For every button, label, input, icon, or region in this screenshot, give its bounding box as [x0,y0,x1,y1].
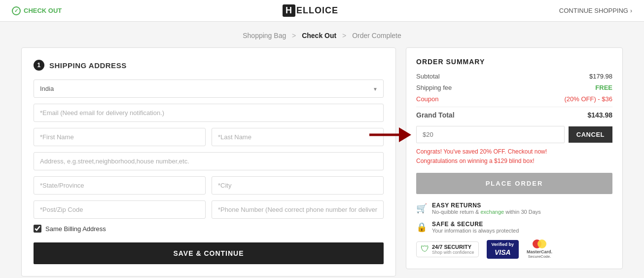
breadcrumb-step1[interactable]: Shopping Bag [243,32,286,40]
breadcrumb: Shopping Bag > Check Out > Order Complet… [0,22,644,47]
logo: H ELLOICE [283,4,338,17]
zip-phone-row [34,200,384,219]
congrats-line1: Congrats! You've saved 20% OFF. Checkout… [416,147,612,157]
grand-total-label: Grand Total [416,111,455,119]
section-title: 1 SHIPPING ADDRESS [34,60,384,71]
secure-icon: 🔒 [416,222,427,233]
save-continue-button[interactable]: SAVE & CONTINUE [34,242,384,264]
breadcrumb-step3: Order Complete [352,32,401,40]
easy-returns-title: EASY RETURNS [432,202,541,209]
coupon-input-wrapper: CANCEL [416,126,612,143]
section-title-text: SHIPPING ADDRESS [49,61,127,70]
trust-badges: 🛒 EASY RETURNS No-quibble return & excha… [416,202,612,234]
step-number: 1 [34,60,44,71]
visa-text: VISA [495,248,511,257]
first-name-input[interactable] [34,128,206,146]
safe-secure-text: SAFE & SECURE Your information is always… [432,221,519,234]
subtotal-label: Subtotal [416,73,440,80]
name-row [34,128,384,146]
country-select[interactable]: India [34,79,384,98]
verified-by: Verified by [492,242,514,248]
safe-secure: 🔒 SAFE & SECURE Your information is alwa… [416,221,612,234]
congrats-message: Congrats! You've saved 20% OFF. Checkout… [416,147,612,166]
mastercard-badge: MasterCard. SecureCode. [527,239,552,259]
same-billing-checkbox[interactable] [34,225,41,233]
place-order-button[interactable]: PLACE ORDER [416,173,612,194]
shipping-label: Shipping fee [416,84,452,91]
shipping-row: Shipping fee FREE [416,84,612,91]
address-row [34,152,384,170]
congrats-line2: Congratulations on winning a $129 blind … [416,157,612,166]
checkout-nav[interactable]: ✓ CHECK OUT [12,6,62,15]
same-billing-label: Same Billing Address [45,225,106,233]
exchange-link[interactable]: exchange [480,209,504,215]
secure-code-text: SecureCode. [528,254,551,259]
subtotal-row: Subtotal $179.98 [416,73,612,80]
security-logos: 🛡 24/7 SECURITY Shop with confidence Ver… [416,239,612,259]
breadcrumb-step2: Check Out [302,32,336,40]
shipping-form-panel: 1 SHIPPING ADDRESS India [21,47,396,277]
country-select-wrapper: India [34,79,384,98]
visa-badge: Verified by VISA [487,240,519,259]
same-billing-row: Same Billing Address [34,225,384,233]
email-row [34,104,384,122]
mc-yellow-circle [537,239,546,248]
easy-returns-desc-text: No-quibble return & [432,209,480,215]
order-summary-panel: ORDER SUMMARY Subtotal $179.98 Shipping … [406,47,623,269]
arrow-icon: › [630,7,632,14]
mastercard-text: MasterCard. [527,249,552,254]
svg-marker-1 [399,127,411,142]
address-input[interactable] [34,152,384,170]
coupon-row: Coupon (20% OFF) - $36 [416,95,612,103]
badge-247: 🛡 24/7 SECURITY Shop with confidence [416,241,479,257]
continue-shopping-label: CONTINUE SHOPPING [559,7,628,14]
main-content: 1 SHIPPING ADDRESS India [11,47,633,278]
logo-h: H [283,4,295,17]
grand-total-value: $143.98 [587,111,612,119]
returns-icon: 🛒 [416,203,427,214]
within-text: within 30 Days [504,209,541,215]
city-input[interactable] [212,176,384,195]
easy-returns-desc: No-quibble return & exchange within 30 D… [432,209,541,215]
zip-input[interactable] [34,200,206,219]
state-city-row [34,176,384,195]
badge-247-sub: Shop with confidence [432,250,474,255]
last-name-input[interactable] [212,128,384,146]
email-input[interactable] [34,104,384,122]
shipping-value: FREE [595,84,612,91]
safe-secure-desc: Your information is always protected [432,228,519,234]
coupon-code-input[interactable] [416,126,565,143]
mc-circles [533,239,546,248]
badge-247-text: 24/7 SECURITY Shop with confidence [432,244,474,255]
order-summary-title: ORDER SUMMARY [416,58,612,66]
shield-icon: 🛡 [421,244,429,254]
state-input[interactable] [34,176,206,195]
subtotal-value: $179.98 [589,73,612,80]
header: ✓ CHECK OUT H ELLOICE CONTINUE SHOPPING … [0,0,644,22]
coupon-value: (20% OFF) - $36 [564,95,612,103]
coupon-label: Coupon [416,95,439,103]
safe-secure-title: SAFE & SECURE [432,221,519,228]
grand-total-row: Grand Total $143.98 [416,107,612,119]
breadcrumb-sep1: > [292,32,296,40]
badge-247-title: 24/7 SECURITY [432,244,474,250]
logo-ice: ELLOICE [296,5,338,16]
easy-returns: 🛒 EASY RETURNS No-quibble return & excha… [416,202,612,215]
breadcrumb-sep2: > [342,32,346,40]
continue-shopping[interactable]: CONTINUE SHOPPING › [559,7,632,14]
checkout-icon: ✓ [12,6,21,15]
easy-returns-text: EASY RETURNS No-quibble return & exchang… [432,202,541,215]
phone-input[interactable] [212,200,384,219]
checkout-label: CHECK OUT [24,7,62,14]
cancel-button[interactable]: CANCEL [569,126,612,143]
coupon-row-input: CANCEL [416,126,612,143]
